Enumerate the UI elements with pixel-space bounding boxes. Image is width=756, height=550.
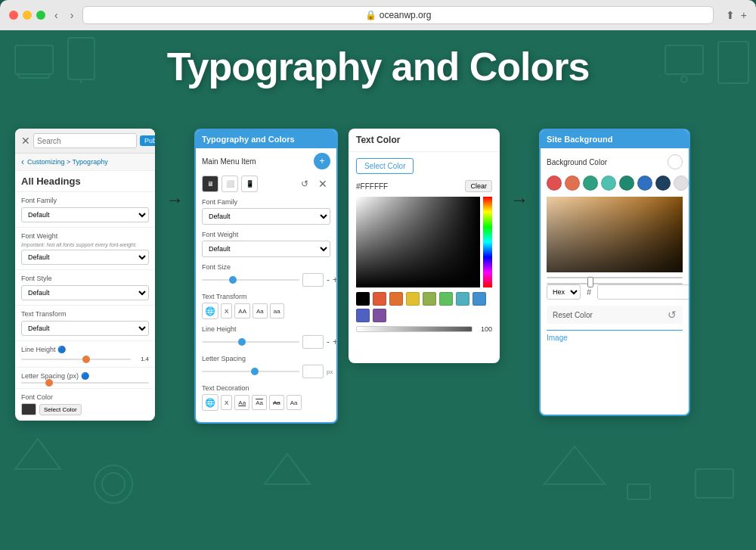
arrow-1: → xyxy=(166,189,184,210)
typo-letter-spacing-input[interactable] xyxy=(302,365,324,378)
select-color-button[interactable]: Select Color xyxy=(356,158,414,174)
back-icon[interactable]: ‹ xyxy=(21,157,24,167)
font-color-swatch[interactable] xyxy=(21,403,36,415)
color-hex-value: #FFFFFF xyxy=(356,182,462,191)
font-style-select[interactable]: Default xyxy=(21,285,149,300)
hex-value-input[interactable]: FDFAF7 xyxy=(597,284,690,300)
letter-spacing-slider[interactable] xyxy=(21,382,149,384)
typo-panel-header: Typography and Colors xyxy=(196,130,336,148)
typo-font-size-field: Font Size - + xyxy=(202,263,330,287)
deco-none-button[interactable]: X xyxy=(221,395,232,410)
font-weight-label: Font Weight xyxy=(21,232,149,240)
clear-button[interactable]: Clear xyxy=(465,180,492,192)
deco-overline-button[interactable]: Aa xyxy=(252,395,267,410)
swatch-black[interactable] xyxy=(356,292,370,306)
typo-line-height-slider-row: - + xyxy=(202,335,330,349)
swatch-red[interactable] xyxy=(373,292,386,306)
customizer-publish-button[interactable]: Published xyxy=(140,135,155,146)
desktop-icon-button[interactable]: 🖥 xyxy=(202,176,218,192)
line-height-label: Line Height 🔵 xyxy=(21,346,149,353)
forward-button[interactable]: › xyxy=(67,8,77,23)
url-bar[interactable]: 🔒 oceanwp.org xyxy=(82,6,713,24)
color-dot-1[interactable] xyxy=(547,176,562,191)
font-family-select[interactable]: Default xyxy=(21,207,149,222)
line-height-minus-button[interactable]: - xyxy=(327,337,330,347)
swatch-green[interactable] xyxy=(439,292,453,306)
font-size-minus-button[interactable]: - xyxy=(327,275,330,285)
deco-other-button[interactable]: Aa xyxy=(287,395,302,410)
swatch-lime[interactable] xyxy=(423,292,436,306)
color-dot-5[interactable] xyxy=(619,176,634,191)
back-button[interactable]: ‹ xyxy=(51,8,61,23)
font-style-label: Font Style xyxy=(21,275,149,282)
color-dot-6[interactable] xyxy=(637,176,652,191)
close-traffic-light[interactable] xyxy=(9,11,18,20)
swatch-indigo[interactable] xyxy=(356,309,370,322)
menu-item-add-button[interactable]: + xyxy=(314,153,330,169)
typo-font-size-label: Font Size xyxy=(202,263,330,271)
reset-color-button[interactable]: Reset Color xyxy=(553,311,593,319)
picker-spectrum-bar[interactable] xyxy=(483,197,492,287)
new-tab-button[interactable]: + xyxy=(741,9,747,21)
bg-color-row: Background Color xyxy=(547,154,683,169)
panels-row: ✕ Published ‹ Customizing > Typography A… xyxy=(15,129,741,424)
picker-gradient-area[interactable] xyxy=(356,197,480,287)
sitebg-hue-bar[interactable] xyxy=(547,277,683,278)
deco-linethrough-button[interactable]: Aa xyxy=(269,395,284,410)
swatch-yellow[interactable] xyxy=(406,292,420,306)
color-dot-white[interactable] xyxy=(674,176,689,191)
maximize-traffic-light[interactable] xyxy=(36,11,45,20)
transform-lowercase-button[interactable]: aa xyxy=(270,303,284,319)
transform-globe-button[interactable]: 🌐 xyxy=(202,303,218,319)
typo-font-weight-select[interactable]: Default xyxy=(202,241,330,257)
customizer-nav: ‹ Customizing > Typography xyxy=(15,154,155,171)
typo-font-size-slider-row: - + xyxy=(202,273,330,287)
mobile-icon-button[interactable]: 📱 xyxy=(241,176,258,192)
bg-color-circle[interactable] xyxy=(668,154,683,169)
color-dot-2[interactable] xyxy=(565,176,580,191)
swatch-teal[interactable] xyxy=(456,292,469,306)
typo-font-size-input[interactable] xyxy=(302,273,324,287)
sitebg-gradient-area[interactable] xyxy=(547,197,683,272)
deco-underline-button[interactable]: Aa xyxy=(234,395,249,410)
color-dot-7[interactable] xyxy=(655,176,671,191)
transform-none-button[interactable]: X xyxy=(221,303,232,319)
spectrum-bars xyxy=(547,277,683,284)
reset-button[interactable]: ↺ xyxy=(297,176,312,191)
color-dot-3[interactable] xyxy=(583,176,598,191)
lock-icon: 🔒 xyxy=(365,10,376,20)
typo-line-height-input[interactable] xyxy=(302,335,324,349)
tablet-icon-button[interactable]: ⬜ xyxy=(222,176,238,192)
transform-uppercase-button[interactable]: AA xyxy=(234,303,250,319)
textcolor-header: Text Color xyxy=(349,129,500,152)
font-size-plus-button[interactable]: + xyxy=(333,275,338,285)
opacity-bar[interactable] xyxy=(356,326,472,332)
typo-font-family-select[interactable]: Default xyxy=(202,208,330,225)
url-text: oceanwp.org xyxy=(380,10,432,20)
typo-font-size-slider[interactable] xyxy=(202,279,299,281)
customizer-search-input[interactable] xyxy=(33,133,137,148)
text-transform-select[interactable]: Default xyxy=(21,321,149,336)
swatch-blue[interactable] xyxy=(472,292,486,306)
text-transform-label: Text Transform xyxy=(21,310,149,318)
color-dot-4[interactable] xyxy=(601,176,616,191)
swatch-purple[interactable] xyxy=(373,309,386,322)
close-button[interactable]: ✕ xyxy=(315,176,330,191)
line-height-slider[interactable] xyxy=(21,359,131,360)
minimize-traffic-light[interactable] xyxy=(23,11,32,20)
hex-row: Hex # FDFAF7 ⎘ xyxy=(547,284,683,300)
hex-mode-select[interactable]: Hex xyxy=(547,284,581,300)
font-weight-select[interactable]: Default xyxy=(21,250,149,265)
customizer-close-button[interactable]: ✕ xyxy=(21,135,30,147)
typo-line-height-slider[interactable] xyxy=(202,341,299,343)
share-button[interactable]: ⬆ xyxy=(726,9,735,21)
color-picker-wrapper xyxy=(356,197,492,287)
reset-icon[interactable]: ↺ xyxy=(668,309,677,321)
line-height-plus-button[interactable]: + xyxy=(333,337,338,347)
typo-letter-spacing-slider[interactable] xyxy=(202,371,299,372)
swatch-orange[interactable] xyxy=(389,292,403,306)
deco-globe-button[interactable]: 🌐 xyxy=(202,394,218,411)
transform-capitalize-button[interactable]: Aa xyxy=(253,303,268,319)
font-select-color-button[interactable]: Select Color xyxy=(39,404,82,415)
typo-text-decoration-field: Text Decoration 🌐 X Aa Aa Aa Aa xyxy=(202,384,330,411)
